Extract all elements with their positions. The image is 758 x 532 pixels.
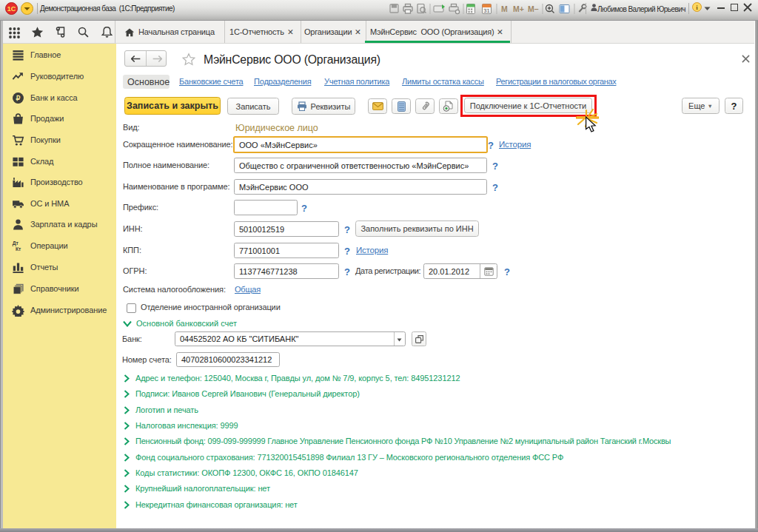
svg-text:1C: 1C (7, 5, 16, 13)
svg-text:31: 31 (483, 7, 489, 14)
svg-text:M–: M– (528, 4, 539, 13)
svg-text:Кт: Кт (16, 246, 21, 252)
svg-text:M+: M+ (513, 4, 524, 13)
svg-text:M: M (501, 4, 508, 13)
svg-text:Дт: Дт (13, 240, 19, 246)
svg-text:₽: ₽ (16, 95, 21, 102)
